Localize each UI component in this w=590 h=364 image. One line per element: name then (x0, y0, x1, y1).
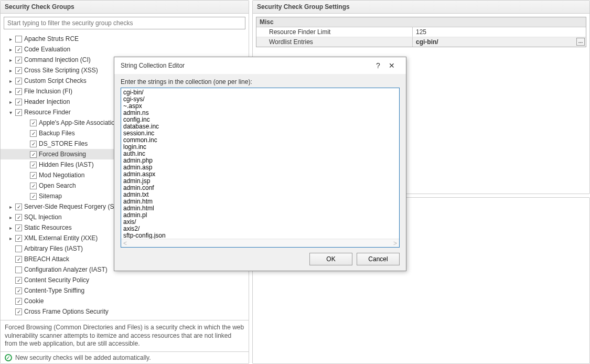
tree-item-label: Cross Site Scripting (XSS) (24, 67, 98, 74)
tree-item-label: Apple's App-Site Association (39, 119, 119, 126)
checkbox[interactable]: ✓ (30, 162, 37, 168)
tree-item[interactable]: ▸✓Code Evaluation (1, 44, 249, 55)
expand-arrow-icon[interactable]: ▸ (8, 225, 13, 231)
property-value[interactable]: cgi-bin/… (413, 37, 586, 47)
checkbox[interactable]: ✓ (15, 57, 22, 63)
property-category[interactable]: Misc (256, 17, 586, 27)
close-icon[interactable]: ✕ (384, 61, 400, 70)
checkbox[interactable]: ✓ (15, 109, 22, 116)
checkbox[interactable] (15, 245, 22, 252)
checkbox[interactable]: ✓ (15, 277, 22, 284)
tree-item-label: Backup Files (39, 130, 75, 137)
expand-arrow-icon[interactable]: ▸ (8, 78, 13, 84)
tree-item-label: Mod Negotiation (39, 172, 84, 179)
tree-item-label: Static Resources (24, 224, 72, 231)
check-circle-icon: ✓ (5, 354, 12, 361)
property-name: Wordlist Entries (256, 37, 413, 47)
description-box: Forced Browsing (Common Directories and … (1, 320, 249, 351)
property-name: Resource Finder Limit (256, 27, 413, 37)
tree-item-label: Open Search (39, 182, 76, 189)
checkbox[interactable]: ✓ (15, 67, 22, 74)
collection-textarea[interactable] (121, 88, 399, 239)
tree-item-label: Sitemap (39, 192, 62, 200)
checkbox[interactable]: ✓ (30, 183, 37, 189)
checkbox[interactable]: ✓ (15, 88, 22, 95)
tree-item-label: Cookie (24, 297, 44, 305)
checkbox[interactable]: ✓ (15, 46, 22, 53)
tree-item[interactable]: ✓Content-Type Sniffing (1, 285, 249, 296)
tree-item-label: Cross Frame Options Security (24, 308, 109, 315)
tree-item-label: Content Security Policy (24, 276, 89, 284)
expand-arrow-icon[interactable]: ▸ (8, 235, 13, 241)
checkbox[interactable]: ✓ (30, 120, 37, 126)
checkbox[interactable]: ✓ (15, 235, 22, 242)
expand-arrow-icon[interactable]: ▸ (8, 215, 13, 220)
checkbox[interactable]: ✓ (30, 193, 37, 200)
tree-item-label: Configuration Analyzer (IAST) (24, 266, 108, 273)
expand-arrow-icon[interactable]: ▸ (8, 99, 13, 105)
tree-item-label: Header Injection (24, 98, 70, 105)
horizontal-scrollbar[interactable]: <> (121, 239, 399, 247)
checkbox[interactable]: ✓ (15, 287, 22, 294)
help-icon[interactable]: ? (372, 61, 384, 70)
dialog-titlebar[interactable]: String Collection Editor ? ✕ (114, 57, 406, 74)
property-row[interactable]: Resource Finder Limit125 (256, 27, 586, 37)
tree-item-label: SQL Injection (24, 213, 62, 221)
dialog-title: String Collection Editor (121, 62, 372, 69)
tree-item-label: Custom Script Checks (24, 77, 87, 84)
expand-arrow-icon[interactable]: ▸ (8, 204, 13, 210)
tree-item-label: Resource Finder (24, 109, 71, 116)
right-panel-title: Security Check Group Settings (253, 1, 589, 14)
property-grid[interactable]: Misc Resource Finder Limit125Wordlist En… (256, 17, 586, 47)
tree-item-label: BREACH Attack (24, 255, 69, 263)
checkbox[interactable]: ✓ (15, 256, 22, 263)
expand-arrow-icon[interactable]: ▸ (8, 68, 13, 73)
tree-item[interactable]: ▸Apache Struts RCE (1, 34, 249, 44)
ok-button[interactable]: OK (309, 253, 352, 265)
checkbox[interactable]: ✓ (30, 141, 37, 147)
string-collection-editor-dialog: String Collection Editor ? ✕ Enter the s… (114, 57, 406, 271)
dialog-label: Enter the strings in the collection (one… (121, 78, 400, 85)
tree-item-label: Apache Struts RCE (24, 35, 79, 42)
tree-item-label: Server-Side Request Forgery (SSRF) (24, 203, 128, 210)
checkbox[interactable]: ✓ (15, 99, 22, 105)
cancel-button[interactable]: Cancel (357, 253, 400, 265)
tree-item-label: Command Injection (CI) (24, 56, 91, 63)
expand-arrow-icon[interactable]: ▾ (8, 110, 13, 115)
tree-item-label: DS_STORE Files (39, 140, 88, 147)
tree-item-label: File Inclusion (FI) (24, 88, 72, 95)
expand-arrow-icon[interactable]: ▸ (8, 47, 13, 52)
tree-item-label: Forced Browsing (39, 151, 86, 158)
checkbox[interactable]: ✓ (30, 172, 37, 179)
tree-item-label: XML External Entity (XXE) (24, 234, 98, 242)
property-value[interactable]: 125 (413, 27, 586, 37)
expand-arrow-icon[interactable]: ▸ (8, 57, 13, 63)
tree-item[interactable]: ✓Cross Frame Options Security (1, 306, 249, 317)
tree-item[interactable]: ✓Cookie (1, 296, 249, 306)
tree-item-label: Hidden Files (IAST) (39, 161, 94, 168)
checkbox[interactable]: ✓ (30, 151, 37, 158)
tree-item-label: Arbitrary Files (IAST) (24, 245, 83, 252)
expand-arrow-icon[interactable]: ▸ (8, 89, 13, 94)
ellipsis-button[interactable]: … (576, 38, 585, 46)
tree-item-label: Code Evaluation (24, 46, 70, 53)
checkbox[interactable] (15, 266, 22, 273)
checkbox[interactable]: ✓ (30, 130, 37, 137)
filter-input[interactable] (4, 17, 245, 29)
expand-arrow-icon[interactable]: ▸ (8, 36, 13, 42)
checkbox[interactable] (15, 36, 22, 42)
checkbox[interactable]: ✓ (15, 298, 22, 305)
status-text: New security checks will be added automa… (15, 354, 151, 361)
checkbox[interactable]: ✓ (15, 224, 22, 231)
checkbox[interactable]: ✓ (15, 78, 22, 84)
checkbox[interactable]: ✓ (15, 204, 22, 210)
tree-item-label: Content-Type Sniffing (24, 287, 84, 294)
checkbox[interactable]: ✓ (15, 308, 22, 315)
left-panel-title: Security Check Groups (1, 1, 249, 14)
checkbox[interactable]: ✓ (15, 214, 22, 221)
property-row[interactable]: Wordlist Entriescgi-bin/… (256, 37, 586, 47)
tree-item[interactable]: ✓Content Security Policy (1, 275, 249, 285)
status-row: ✓ New security checks will be added auto… (1, 351, 249, 363)
